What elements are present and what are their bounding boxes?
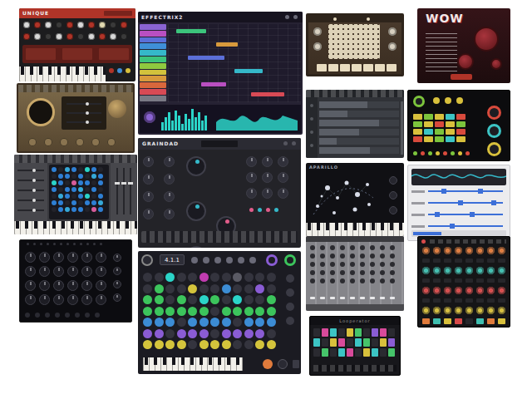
channel-knob[interactable]: [370, 254, 375, 259]
sample-cell[interactable]: [446, 114, 455, 120]
yellow-led[interactable]: [126, 68, 131, 73]
channel-knob[interactable]: [380, 270, 385, 275]
knob[interactable]: [77, 33, 84, 40]
sample-cell[interactable]: [435, 121, 444, 127]
matrix-dot[interactable]: [52, 174, 57, 179]
settings-icon[interactable]: [293, 15, 298, 19]
matrix-dot[interactable]: [98, 187, 103, 192]
mix-knob[interactable]: [144, 111, 155, 123]
channel-knob[interactable]: [330, 245, 335, 250]
matrix-knob[interactable]: [39, 266, 50, 277]
matrix-dot[interactable]: [78, 200, 83, 205]
effect-track-label[interactable]: [140, 70, 166, 76]
filter-type-list[interactable]: [426, 32, 457, 71]
note-pad[interactable]: [155, 318, 164, 327]
slice-cell[interactable]: [313, 328, 320, 337]
slice-cell[interactable]: [347, 328, 353, 337]
mode-key[interactable]: [328, 64, 338, 71]
mod-slider[interactable]: [66, 121, 101, 123]
slice-cell[interactable]: [330, 328, 337, 337]
note-pad[interactable]: [200, 318, 209, 327]
slice-cell[interactable]: [388, 338, 395, 347]
status-led[interactable]: [458, 151, 462, 155]
effect-track-label[interactable]: [140, 24, 166, 30]
channel-knob[interactable]: [370, 262, 375, 267]
knob[interactable]: [76, 138, 84, 146]
matrix-dot[interactable]: [65, 174, 70, 179]
fx-knob[interactable]: [278, 172, 288, 183]
note-pad[interactable]: [244, 295, 254, 304]
step-pad[interactable]: [422, 278, 430, 283]
keyboard[interactable]: [19, 66, 106, 81]
level-knob[interactable]: [433, 287, 441, 294]
grain-pitch-knob[interactable]: [186, 246, 206, 248]
matrix-knob[interactable]: [96, 294, 106, 305]
note-pad[interactable]: [200, 284, 209, 293]
knob[interactable]: [121, 22, 127, 28]
mute-button[interactable]: [45, 313, 50, 318]
step-pad[interactable]: [455, 278, 462, 283]
matrix-dot[interactable]: [65, 180, 70, 185]
step-pad[interactable]: [487, 278, 495, 283]
step-led[interactable]: [40, 243, 42, 245]
send-knob[interactable]: [113, 280, 121, 288]
fader-cap[interactable]: [350, 297, 355, 299]
step-led[interactable]: [80, 243, 82, 245]
note-pad[interactable]: [143, 340, 152, 349]
mod-handle[interactable]: [441, 189, 446, 194]
note-pad[interactable]: [222, 273, 231, 282]
knob[interactable]: [56, 22, 62, 28]
note-pad[interactable]: [165, 329, 175, 338]
mute-button[interactable]: [95, 313, 100, 318]
matrix-dot[interactable]: [65, 167, 70, 172]
send-knob[interactable]: [498, 307, 505, 314]
scene-button[interactable]: [286, 288, 294, 297]
matrix-dot[interactable]: [85, 174, 90, 179]
decay-knob[interactable]: [455, 267, 462, 274]
step-pad[interactable]: [487, 259, 495, 263]
knob[interactable]: [23, 33, 30, 40]
step-row[interactable]: [319, 147, 399, 154]
step-led[interactable]: [100, 243, 102, 245]
fx-knob[interactable]: [262, 156, 273, 167]
note-pad[interactable]: [233, 284, 242, 293]
select-button[interactable]: [487, 318, 495, 324]
matrix-dot[interactable]: [91, 174, 96, 179]
note-pad[interactable]: [165, 273, 175, 282]
fx-knob[interactable]: [262, 172, 273, 183]
sample-cell[interactable]: [435, 129, 444, 135]
macro-slider[interactable]: [17, 170, 44, 171]
status-led[interactable]: [421, 151, 425, 155]
slice-cell[interactable]: [363, 348, 370, 357]
step-led[interactable]: [27, 243, 29, 245]
matrix-dot[interactable]: [91, 207, 96, 212]
note-pad[interactable]: [233, 340, 242, 349]
slice-cell[interactable]: [363, 328, 370, 337]
channel-knob[interactable]: [370, 270, 375, 275]
grain-param-knob[interactable]: [143, 156, 154, 167]
note-pad[interactable]: [267, 284, 276, 293]
matrix-dot[interactable]: [91, 187, 96, 192]
channel-knob[interactable]: [380, 278, 385, 283]
env-module[interactable]: [99, 48, 129, 60]
channel-knob[interactable]: [380, 262, 385, 267]
note-pad[interactable]: [200, 295, 209, 304]
send-knob[interactable]: [487, 307, 495, 314]
channel-knob[interactable]: [380, 245, 385, 250]
note-pad[interactable]: [222, 329, 231, 338]
note-pad[interactable]: [233, 295, 242, 304]
channel-knob[interactable]: [310, 245, 315, 250]
dial-display[interactable]: [27, 98, 55, 126]
scene-button[interactable]: [286, 317, 294, 325]
send-knob[interactable]: [466, 307, 473, 314]
step-pad[interactable]: [466, 298, 473, 303]
menu-icon[interactable]: [285, 15, 289, 19]
note-pad[interactable]: [188, 329, 197, 338]
level-knob[interactable]: [487, 287, 495, 294]
note-pad[interactable]: [267, 295, 276, 304]
sample-cell[interactable]: [424, 121, 433, 127]
slice-cell[interactable]: [380, 348, 387, 357]
step-led[interactable]: [86, 243, 89, 245]
status-led[interactable]: [443, 151, 447, 155]
note-pad[interactable]: [188, 318, 197, 327]
